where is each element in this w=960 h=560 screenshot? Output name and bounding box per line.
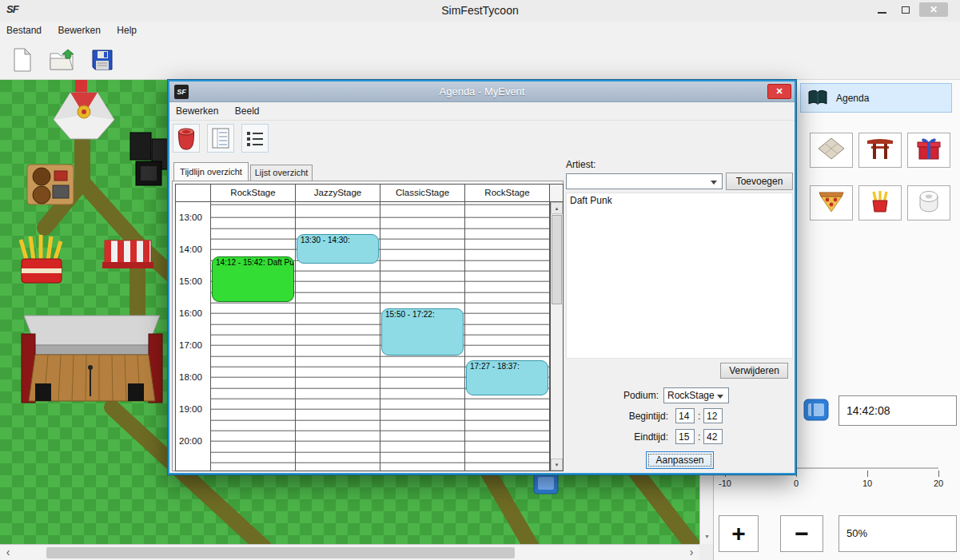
menu-bar: Bestand Bewerken Help [0,22,960,40]
begin-minute-field[interactable] [703,408,723,423]
begin-time-label: Begintijd: [585,411,668,422]
schedule-event[interactable]: 13:30 - 14:30: [297,234,379,264]
new-file-button[interactable] [6,43,38,77]
bbq-table [27,165,74,205]
tab-lijst-overzicht[interactable]: Lijst overzicht [250,165,313,181]
artist-label: Artiest: [566,159,596,170]
time-label: 19:00 [179,404,202,414]
timeline-view-icon [211,127,230,149]
open-file-button[interactable] [46,43,78,77]
schedule-panel: RockStageJazzyStageClassicStageRockStage… [172,181,564,471]
stage-column-header: JazzyStage [296,185,380,202]
scroll-down-icon[interactable]: ▼ [700,530,714,544]
save-disk-icon [90,48,114,72]
schedule-time-gutter: 13:0014:0015:0016:0017:0018:0019:0020:00 [176,202,211,471]
slider-tick [796,471,797,477]
artist-combobox[interactable] [566,173,723,189]
tab-tijdlijn-overzicht[interactable]: Tijdlijn overzicht [173,162,249,181]
schedule-scroll-up-icon[interactable]: ▲ [551,202,563,214]
add-artist-button[interactable]: Toevoegen [726,173,793,190]
menu-bestand[interactable]: Bestand [0,22,48,36]
open-folder-icon [49,48,76,72]
schedule-event[interactable]: 15:50 - 17:22: [381,308,464,355]
dialog-titlebar[interactable]: SF Agenda - MyEvent ✕ [169,81,795,102]
torii-gate-icon [866,137,894,164]
blue-display-icon [803,397,830,423]
scroll-left-icon[interactable]: ‹ [2,546,14,560]
apply-button[interactable]: Aanpassen [646,451,714,469]
stage-column-header: RockStage [211,185,296,202]
dialog-menu-beeld[interactable]: Beeld [229,103,266,117]
circus-tent [54,93,114,139]
time-label: 15:00 [179,276,202,286]
slider-tick-label: 20 [927,479,950,488]
horizontal-scrollbar-thumb[interactable] [46,547,515,558]
time-label: 18:00 [179,372,202,382]
begin-hour-field[interactable] [675,408,695,423]
chevron-down-icon [717,395,723,399]
shop-item-toilet-roll[interactable] [907,185,950,220]
slider-tick-label: 0 [785,479,807,488]
timeline-view-button[interactable] [207,124,234,153]
artist-listbox[interactable]: Daft Punk [566,193,793,359]
dialog-menu-bewerken[interactable]: Bewerken [169,103,225,117]
minimize-button[interactable] [871,2,892,17]
time-label: 20:00 [179,436,202,446]
agenda-label: Agenda [836,93,869,104]
zoom-out-button[interactable]: − [780,515,823,552]
menu-bewerken[interactable]: Bewerken [52,22,107,36]
end-hour-field[interactable] [675,429,695,444]
zoom-level-display: 50% [839,515,957,552]
dialog-close-button[interactable]: ✕ [767,84,791,99]
time-label: 16:00 [179,308,202,318]
new-document-icon [13,48,32,72]
floor-tile-icon [817,137,846,164]
podium-value: RockStage [667,390,715,401]
time-label: 14:00 [179,244,202,254]
striped-tent [102,240,153,268]
schedule-scroll-down-icon[interactable]: ▼ [551,459,563,471]
app-window: SF SimFestTycoon ✕ Bestand Bewerken Help [0,0,960,560]
save-file-button[interactable] [86,43,118,77]
shop-item-fries[interactable] [858,185,902,220]
schedule-scrollbar-thumb[interactable] [552,215,562,304]
podium-combobox[interactable]: RockStage [663,387,729,403]
maximize-button[interactable] [895,2,916,17]
window-title: SimFestTycoon [0,4,960,17]
artist-list-item[interactable]: Daft Punk [567,193,792,208]
shop-item-gift-box[interactable] [907,133,950,168]
slider-tick-label: -10 [714,479,736,488]
blue-crate [534,473,558,494]
zoom-in-button[interactable]: + [719,515,759,552]
slider-tick [938,471,939,477]
shop-item-grid [810,133,958,220]
delete-event-button[interactable] [173,124,200,153]
schedule-grid[interactable]: 14:12 - 15:42: Daft Punk13:30 - 14:30:15… [211,202,550,471]
time-colon: : [698,431,700,443]
stage-column-header: RockStage [465,185,550,202]
dialog-toolbar [173,124,269,153]
sidebar-item-agenda[interactable]: Agenda [800,83,952,113]
shop-item-floor-tile[interactable] [810,133,853,168]
titlebar: SF SimFestTycoon ✕ [0,0,960,22]
map-horizontal-scrollbar[interactable]: ‹ › [0,544,699,560]
schedule-table: RockStageJazzyStageClassicStageRockStage… [175,184,564,471]
main-stage [22,316,162,403]
schedule-event[interactable]: 17:27 - 18:37: [466,360,548,395]
list-view-button[interactable] [241,124,269,153]
schedule-scrollbar[interactable]: ▲ ▼ [550,202,563,471]
shop-item-pizza-slice[interactable] [810,185,853,220]
chevron-down-icon [711,181,717,185]
window-close-button[interactable]: ✕ [919,2,948,17]
shop-item-torii-gate[interactable] [858,133,902,168]
podium-label: Podium: [585,390,659,401]
end-minute-field[interactable] [703,429,723,444]
dialog-menu-bar: Bewerken Beeld [169,103,795,121]
menu-help[interactable]: Help [110,22,143,36]
time-colon: : [698,411,700,422]
clock-icon-button[interactable] [802,397,831,423]
scroll-right-icon[interactable]: › [685,546,698,560]
slider-tick [867,471,868,477]
schedule-event[interactable]: 14:12 - 15:42: Daft Punk [212,256,294,302]
remove-artist-button[interactable]: Verwijderen [720,363,788,379]
